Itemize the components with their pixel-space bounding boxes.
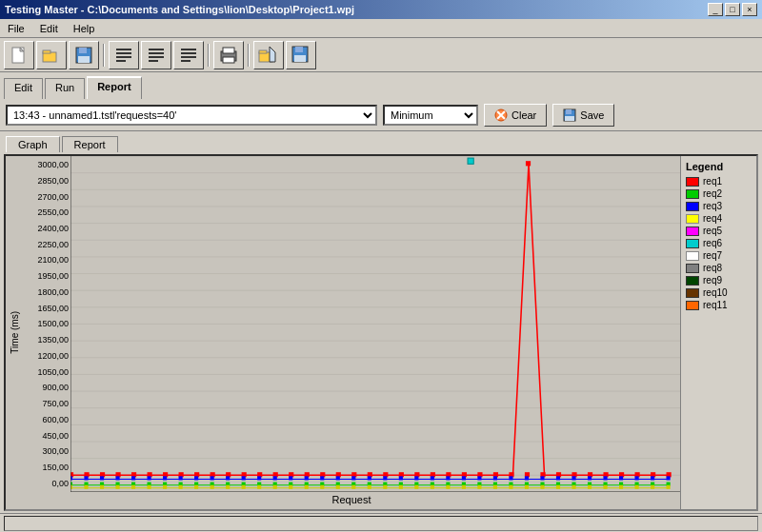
tab-graph[interactable]: Graph (6, 136, 60, 152)
graph-svg: 0 1 2 3 4 5 6 7 8 9 10 11 12 (70, 156, 680, 492)
svg-rect-165 (525, 476, 529, 480)
svg-rect-187 (257, 485, 261, 489)
svg-rect-205 (540, 485, 544, 489)
svg-rect-145 (211, 476, 214, 480)
svg-rect-159 (431, 476, 434, 480)
svg-rect-6 (78, 56, 90, 63)
legend-label-req1: req1 (703, 176, 722, 187)
menu-help[interactable]: Help (70, 22, 99, 35)
toolbar-open[interactable] (36, 41, 67, 69)
svg-rect-184 (211, 485, 214, 489)
legend-color-req6 (686, 239, 699, 248)
legend-color-req5 (686, 227, 699, 236)
svg-rect-174 (667, 476, 671, 480)
tab-report[interactable]: Report (87, 76, 141, 99)
tab-edit[interactable]: Edit (4, 78, 43, 99)
svg-rect-169 (588, 476, 592, 480)
save-button[interactable]: Save (552, 104, 614, 127)
legend-label-req2: req2 (703, 188, 722, 199)
svg-rect-191 (320, 485, 324, 489)
test-dropdown[interactable]: 13:43 - unnamed1.tstl'requests=40' (6, 105, 377, 126)
legend-color-req2 (686, 189, 699, 199)
svg-rect-208 (588, 485, 592, 489)
sub-tab-bar: Graph Report (0, 131, 762, 152)
svg-rect-207 (572, 485, 575, 489)
minimize-button[interactable]: _ (708, 3, 723, 16)
toolbar-open2[interactable] (253, 41, 284, 69)
tab-report[interactable]: Report (62, 136, 118, 152)
svg-rect-186 (242, 485, 246, 489)
legend-label-req11: req11 (703, 300, 728, 310)
svg-rect-182 (179, 485, 183, 489)
legend-item-req10: req10 (686, 287, 752, 298)
menu-edit[interactable]: Edit (36, 22, 62, 35)
x-axis-label: Request (23, 492, 680, 509)
svg-rect-196 (399, 485, 403, 489)
svg-rect-166 (540, 476, 544, 480)
svg-rect-158 (414, 476, 418, 480)
svg-rect-178 (115, 485, 119, 489)
legend-item-req5: req5 (686, 226, 752, 236)
svg-rect-199 (446, 485, 450, 489)
svg-rect-137 (84, 476, 88, 480)
svg-rect-163 (493, 476, 497, 480)
svg-rect-197 (414, 485, 418, 489)
maximize-button[interactable]: □ (725, 3, 740, 16)
toolbar-save2[interactable] (286, 41, 316, 69)
svg-rect-10 (116, 60, 126, 62)
svg-rect-211 (635, 485, 639, 489)
svg-rect-156 (383, 476, 387, 480)
toolbar-print[interactable] (213, 41, 244, 69)
legend-label-req7: req7 (703, 250, 722, 261)
svg-rect-198 (431, 485, 434, 489)
y-axis-values: 3000,00 2850,00 2700,00 2550,00 2400,00 … (23, 156, 70, 492)
svg-rect-181 (163, 485, 167, 489)
svg-rect-18 (181, 60, 190, 62)
legend-item-req11: req11 (686, 300, 752, 310)
svg-rect-173 (651, 476, 654, 480)
svg-rect-143 (179, 476, 183, 480)
svg-rect-188 (273, 485, 277, 489)
tab-run[interactable]: Run (45, 78, 85, 99)
close-button[interactable]: × (742, 3, 757, 16)
main-content: Graph Report Time (ms) 3000,00 2850,00 2… (0, 131, 762, 513)
clear-button[interactable]: Clear (484, 104, 547, 127)
legend-label-req3: req3 (703, 201, 722, 211)
toolbar-save[interactable] (69, 41, 99, 69)
svg-rect-139 (115, 476, 119, 480)
svg-rect-150 (289, 476, 292, 480)
toolbar-btn6[interactable] (173, 41, 204, 69)
svg-rect-161 (462, 476, 466, 480)
svg-rect-20 (223, 48, 234, 53)
y-axis-label: Time (ms) (10, 311, 20, 354)
svg-rect-23 (259, 50, 267, 53)
svg-rect-168 (572, 476, 575, 480)
title-bar-buttons: _ □ × (708, 3, 757, 16)
toolbar-btn5[interactable] (141, 41, 171, 69)
svg-rect-209 (603, 485, 607, 489)
title-bar: Testing Master - C:\Documents and Settin… (0, 0, 762, 19)
svg-rect-5 (79, 48, 87, 53)
svg-rect-203 (509, 485, 512, 489)
svg-rect-162 (477, 476, 481, 480)
legend: Legend req1 req2 req3 req4 req5 (680, 156, 756, 509)
svg-rect-11 (149, 49, 164, 50)
controls-bar: 13:43 - unnamed1.tstl'requests=40' Minim… (0, 99, 762, 131)
svg-rect-8 (116, 52, 131, 54)
menu-bar: File Edit Help (0, 19, 762, 38)
svg-rect-200 (462, 485, 466, 489)
svg-rect-9 (116, 56, 131, 58)
type-dropdown[interactable]: Minimum Maximum Average (383, 105, 478, 126)
svg-rect-33 (565, 116, 574, 121)
svg-rect-195 (383, 485, 387, 489)
svg-rect-202 (493, 485, 497, 489)
svg-rect-147 (242, 476, 246, 480)
menu-file[interactable]: File (4, 22, 29, 35)
svg-rect-14 (149, 60, 158, 62)
svg-rect-7 (116, 49, 131, 50)
toolbar-btn4[interactable] (109, 41, 139, 69)
toolbar-new[interactable] (4, 41, 34, 69)
svg-rect-3 (43, 50, 50, 53)
svg-rect-194 (368, 485, 371, 489)
svg-rect-180 (148, 485, 151, 489)
